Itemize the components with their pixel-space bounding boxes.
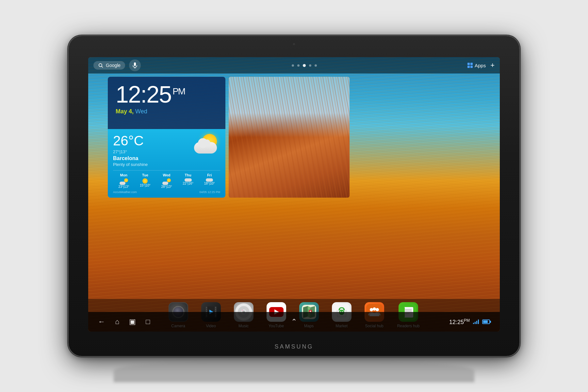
- svg-line-1: [102, 66, 103, 68]
- add-widget-button[interactable]: +: [490, 62, 495, 69]
- tablet-screen: Google: [88, 57, 500, 332]
- signal-bar-4: [478, 319, 479, 324]
- nav-right-status: 12:25PM: [449, 318, 490, 326]
- forecast-icon-mon: [120, 178, 128, 185]
- svg-point-0: [99, 64, 102, 67]
- weather-icon: [194, 134, 220, 154]
- svg-rect-2: [134, 62, 136, 66]
- svg-rect-8: [206, 307, 207, 308]
- forecast-thursday: Thu 22°|16°: [183, 173, 193, 188]
- photo-widget[interactable]: [229, 77, 350, 198]
- svg-point-41: [376, 308, 379, 311]
- tablet-device: Google: [69, 36, 519, 356]
- apps-label: Apps: [475, 63, 486, 68]
- status-bar: Google: [88, 57, 500, 74]
- ampm-value: PM: [172, 86, 185, 96]
- svg-point-40: [370, 308, 373, 311]
- svg-text:♪: ♪: [242, 308, 243, 312]
- wifi-signal-icon: [473, 319, 479, 324]
- weather-description: Plenty of sunshine: [113, 162, 220, 167]
- main-content: 12:25PM May 4, Wed 26°C 27°|13°: [88, 74, 500, 312]
- rock-texture: [229, 77, 350, 198]
- weather-source: AccuWeather.com: [113, 190, 137, 194]
- forecast-icon-fri: [206, 178, 213, 182]
- mic-icon: [133, 62, 137, 68]
- recent-apps-button[interactable]: ▣: [129, 318, 136, 326]
- weather-city: Barcelona: [113, 155, 220, 161]
- clock-date: May 4, Wed: [116, 108, 218, 115]
- page-dot-1: [292, 64, 294, 67]
- cloud-icon: [194, 142, 217, 154]
- page-indicators: [292, 64, 317, 67]
- nav-ampm-value: PM: [464, 318, 470, 323]
- navigation-bar: ← ⌂ ▣ □ ⌃ 12:25PM: [88, 312, 500, 332]
- forecast-icon-wed: [162, 178, 171, 185]
- clock-display: 12:25PM May 4, Wed: [108, 77, 225, 129]
- svg-rect-13: [215, 307, 216, 308]
- svg-point-42: [373, 307, 376, 311]
- google-search-bar[interactable]: Google: [93, 61, 125, 70]
- forecast-tuesday: Tue 15°|10°: [140, 173, 151, 188]
- nav-left-buttons: ← ⌂ ▣ □: [98, 318, 150, 326]
- svg-rect-14: [215, 309, 216, 310]
- battery-fill: [483, 320, 488, 323]
- date-weekday: Wed: [135, 108, 147, 115]
- back-button[interactable]: ←: [98, 318, 105, 326]
- signal-bar-3: [476, 321, 477, 324]
- weather-footer: AccuWeather.com 04/05 12:25 PM: [113, 190, 220, 194]
- weather-temperature: 26°C: [113, 133, 144, 149]
- keyboard-hide-button[interactable]: ⌃: [291, 318, 297, 326]
- battery-icon: [482, 319, 490, 324]
- page-dot-3-active: [303, 64, 306, 67]
- date-month-day: May 4,: [116, 108, 134, 115]
- weather-info: 26°C 27°|13°: [113, 133, 144, 154]
- status-left: Google: [93, 59, 141, 71]
- weather-updated: 04/05 12:25 PM: [199, 190, 220, 194]
- screenshot-button[interactable]: □: [146, 318, 150, 326]
- apps-grid-icon: [467, 63, 473, 68]
- time-value: 12:25: [116, 81, 171, 107]
- google-label: Google: [106, 63, 121, 68]
- temp-high: 27°: [113, 149, 120, 154]
- microphone-button[interactable]: [129, 59, 141, 71]
- forecast-monday: Mon 23°|13°: [118, 173, 129, 188]
- weather-widget[interactable]: 26°C 27°|13° Barcelona Plenty of sunshin…: [108, 129, 225, 198]
- svg-rect-9: [206, 309, 207, 310]
- forecast-icon-thu: [185, 178, 192, 182]
- page-dot-5: [315, 64, 317, 67]
- page-dot-4: [309, 64, 311, 67]
- tablet-reflection: [114, 359, 474, 382]
- front-camera: [293, 43, 295, 45]
- page-dot-2: [297, 64, 300, 67]
- clock-time: 12:25PM: [116, 83, 218, 106]
- photo-image: [229, 77, 350, 198]
- nav-time-value: 12:25: [449, 319, 464, 325]
- search-icon: [98, 63, 103, 68]
- weather-high-low: 27°|13°: [113, 149, 144, 154]
- apps-button[interactable]: Apps: [467, 63, 486, 68]
- forecast-wednesday: Wed 28°|13°: [161, 173, 172, 188]
- status-right: Apps +: [467, 62, 495, 69]
- weather-forecast: Mon 23°|13° Tue 15°|10° Wed 28°|1: [113, 170, 220, 188]
- clock-widget[interactable]: 12:25PM May 4, Wed 26°C 27°|13°: [108, 77, 225, 188]
- weather-main: 26°C 27°|13°: [113, 133, 220, 154]
- forecast-icon-tue: [142, 178, 148, 184]
- signal-bar-1: [473, 323, 474, 324]
- forecast-friday: Fri 18°|10°: [204, 173, 215, 188]
- nav-time: 12:25PM: [449, 318, 470, 326]
- nav-center: ⌃: [291, 318, 297, 326]
- home-button[interactable]: ⌂: [115, 318, 119, 326]
- temp-low: 13°: [121, 149, 127, 154]
- signal-bar-2: [475, 322, 476, 324]
